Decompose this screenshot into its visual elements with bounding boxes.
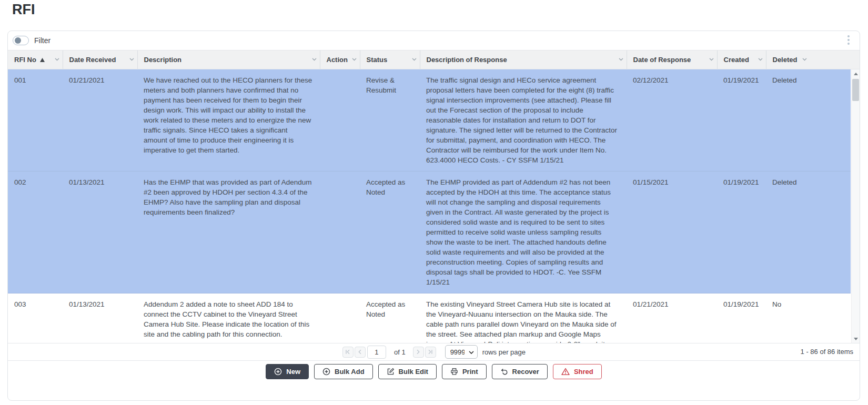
cell-deleted: No <box>766 293 851 343</box>
recover-button[interactable]: Recover <box>492 364 548 379</box>
cell-created: 01/19/2021 <box>717 171 766 293</box>
pager: of 1 9999 rows per page 1 - 86 of 86 ite… <box>8 343 860 360</box>
button-label: Shred <box>574 368 593 376</box>
cell-date-of-response: 02/12/2021 <box>627 69 717 171</box>
sort-ascending-icon <box>40 58 45 62</box>
cell-rfi-no: 003 <box>8 293 63 343</box>
recover-icon <box>500 368 508 376</box>
column-header-date-received[interactable]: Date Received <box>63 50 137 69</box>
chevron-down-icon[interactable] <box>709 58 714 61</box>
cell-created: 01/19/2021 <box>717 293 766 343</box>
cell-description: Has the EHMP that was provided as part o… <box>137 171 320 293</box>
column-label: Action <box>327 56 348 64</box>
prev-page-button[interactable] <box>355 347 366 358</box>
scroll-down-icon[interactable] <box>852 335 860 343</box>
cell-action <box>320 69 360 171</box>
scroll-up-icon[interactable] <box>852 69 860 78</box>
column-header-action[interactable]: Action <box>320 50 360 69</box>
print-button[interactable]: Print <box>442 364 487 379</box>
chevron-down-icon[interactable] <box>412 58 417 61</box>
cell-date-received: 01/13/2021 <box>63 171 137 293</box>
column-header-status[interactable]: Status <box>360 50 420 69</box>
table-row[interactable]: 003 01/13/2021 Addendum 2 added a note t… <box>8 293 851 343</box>
print-icon <box>450 368 458 376</box>
vertical-scrollbar[interactable] <box>851 69 860 343</box>
chevron-down-icon[interactable] <box>129 58 134 61</box>
cell-deleted: Deleted <box>766 69 851 171</box>
cell-date-received: 01/13/2021 <box>63 293 137 343</box>
scrollbar-thumb[interactable] <box>852 79 859 101</box>
button-label: Recover <box>512 368 539 376</box>
cell-created: 01/19/2021 <box>717 69 766 171</box>
items-count: 1 - 86 of 86 items <box>801 348 853 356</box>
chevron-down-icon <box>469 351 474 355</box>
cell-date-of-response: 01/21/2021 <box>627 293 717 343</box>
cell-description: Addendum 2 added a note to sheet ADD 184… <box>137 293 320 343</box>
column-label: Date of Response <box>633 56 691 64</box>
chevron-down-icon[interactable] <box>352 58 357 61</box>
plus-circle-icon <box>274 368 282 376</box>
filter-toggle[interactable] <box>13 36 29 45</box>
column-label: Status <box>367 56 388 64</box>
toolbar: New Bulk Add Bulk Edit Print Recover Shr… <box>8 360 860 401</box>
first-page-button[interactable] <box>342 347 354 358</box>
button-label: Bulk Add <box>335 368 365 376</box>
warning-icon <box>561 368 570 376</box>
next-page-button[interactable] <box>413 347 424 358</box>
chevron-down-icon[interactable] <box>758 58 763 61</box>
cell-status: Accepted as Noted <box>360 293 420 343</box>
page-of-label: of 1 <box>394 348 406 356</box>
cell-action <box>320 171 360 293</box>
button-label: Print <box>462 368 478 376</box>
column-label: Description of Response <box>427 56 507 64</box>
chevron-down-icon[interactable] <box>802 58 807 61</box>
more-options-icon[interactable] <box>845 34 852 46</box>
cell-action <box>320 293 360 343</box>
chevron-down-icon[interactable] <box>619 58 623 61</box>
column-label: Created <box>724 56 749 64</box>
rfi-panel: Filter RFI No Date Received Description … <box>7 31 860 401</box>
filter-label: Filter <box>34 36 51 45</box>
table-row[interactable]: 002 01/13/2021 Has the EHMP that was pro… <box>8 171 851 293</box>
column-header-description-of-response[interactable]: Description of Response <box>420 50 627 69</box>
page-number-input[interactable] <box>367 346 386 359</box>
column-header-description[interactable]: Description <box>137 50 320 69</box>
grid-body: 001 01/21/2021 We have reached out to th… <box>8 69 860 343</box>
column-header-rfi-no[interactable]: RFI No <box>8 50 63 69</box>
bulk-edit-button[interactable]: Bulk Edit <box>378 364 437 379</box>
page-size-select[interactable]: 9999 <box>445 345 478 359</box>
plus-circle-icon <box>322 368 330 376</box>
cell-response: The EHMP provided as part of Addendum #2… <box>420 171 627 293</box>
column-label: Deleted <box>773 56 798 64</box>
column-header-date-of-response[interactable]: Date of Response <box>627 50 717 69</box>
chevron-down-icon[interactable] <box>312 58 317 61</box>
button-label: New <box>286 368 300 376</box>
cell-response: The traffic signal design and HECo servi… <box>420 69 627 171</box>
cell-status: Accepted as Noted <box>360 171 420 293</box>
table-row[interactable]: 001 01/21/2021 We have reached out to th… <box>8 69 851 171</box>
cell-status: Revise & Resubmit <box>360 69 420 171</box>
new-button[interactable]: New <box>266 364 309 379</box>
last-page-button[interactable] <box>425 347 436 358</box>
bulk-add-button[interactable]: Bulk Add <box>314 364 373 379</box>
column-label: RFI No <box>14 56 36 64</box>
edit-icon <box>387 368 395 376</box>
button-label: Bulk Edit <box>399 368 428 376</box>
cell-rfi-no: 001 <box>8 69 63 171</box>
cell-response: The existing Vineyard Street Camera Hub … <box>420 293 627 343</box>
column-header-created[interactable]: Created <box>717 50 766 69</box>
column-label: Date Received <box>69 56 116 64</box>
column-label: Description <box>144 56 182 64</box>
cell-deleted: Deleted <box>766 171 851 293</box>
cell-rfi-no: 002 <box>8 171 63 293</box>
page-title: RFI <box>12 2 35 18</box>
filter-bar: Filter <box>8 31 860 50</box>
cell-description: We have reached out to the HECO planners… <box>137 69 320 171</box>
grid-header: RFI No Date Received Description Action … <box>8 50 860 69</box>
column-header-deleted[interactable]: Deleted <box>766 50 851 69</box>
cell-date-received: 01/21/2021 <box>63 69 137 171</box>
chevron-down-icon[interactable] <box>55 58 59 61</box>
toggle-knob <box>15 37 21 44</box>
cell-date-of-response: 01/15/2021 <box>627 171 717 293</box>
shred-button[interactable]: Shred <box>553 364 602 379</box>
